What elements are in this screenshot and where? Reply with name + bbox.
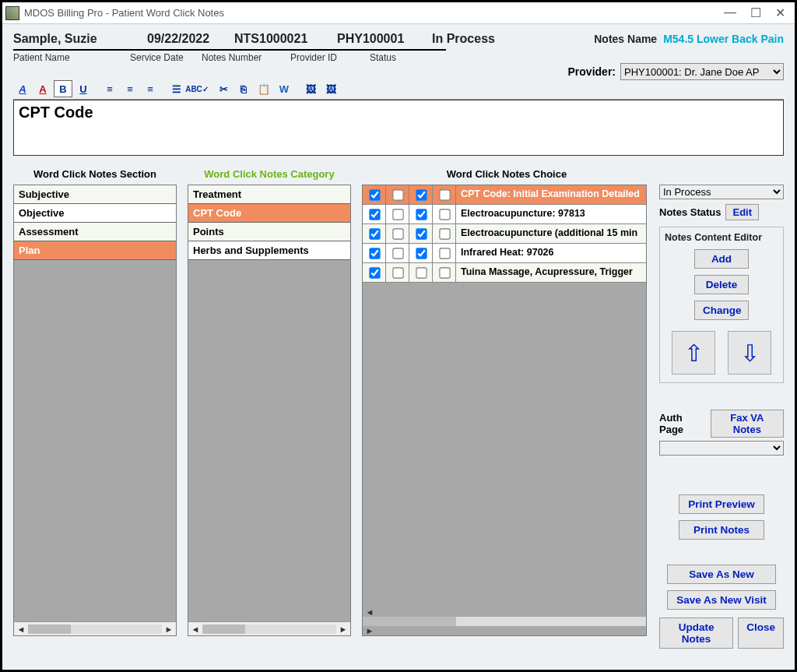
- save-as-new-button[interactable]: Save As New: [667, 565, 776, 584]
- delete-button[interactable]: Delete: [694, 275, 749, 294]
- status-label: Status: [370, 52, 396, 63]
- choice-checkbox[interactable]: [416, 248, 427, 259]
- paste-icon[interactable]: 📋: [255, 80, 273, 97]
- category-list[interactable]: TreatmentCPT CodePointsHerbs and Supplem…: [188, 185, 351, 636]
- update-notes-button[interactable]: Update Notes: [659, 617, 733, 649]
- patient-name: Sample, Suzie: [13, 32, 130, 46]
- image1-icon[interactable]: 🖼: [301, 80, 320, 97]
- choice-row[interactable]: CPT Code: Initial Examination Detailed: [363, 185, 646, 205]
- patient-name-label: Patient Name: [13, 52, 130, 63]
- choice-checkbox[interactable]: [439, 248, 450, 259]
- choice-checkbox[interactable]: [369, 248, 380, 259]
- notes-content-editor-group: Notes Content Editor Add Delete Change ⇧…: [659, 227, 784, 383]
- category-scrollbar[interactable]: ◄►: [188, 621, 350, 635]
- bullet-list-icon[interactable]: ☰: [167, 80, 186, 97]
- notes-number: NTS1000021: [234, 32, 320, 46]
- choice-checkbox[interactable]: [392, 228, 403, 239]
- section-header: Word Click Notes Section: [13, 168, 177, 180]
- choice-row[interactable]: Infrared Heat: 97026: [363, 244, 646, 263]
- choice-label: Tuina Massage, Acupressure, Trigger: [456, 263, 646, 282]
- choice-checkbox[interactable]: [416, 209, 427, 220]
- print-preview-button[interactable]: Print Preview: [679, 494, 764, 514]
- notes-name-label: Notes Name: [594, 33, 657, 45]
- minimize-icon[interactable]: —: [724, 5, 736, 20]
- window-title: MDOS Billing Pro - Patient Word Click No…: [24, 7, 724, 19]
- section-list[interactable]: SubjectiveObjectiveAssessmentPlan ◄►: [13, 185, 177, 636]
- choice-label: Infrared Heat: 97026: [456, 244, 646, 262]
- change-button[interactable]: Change: [694, 301, 749, 320]
- align-left-icon[interactable]: ≡: [100, 80, 119, 97]
- notes-name-value: M54.5 Lower Back Pain: [663, 33, 784, 45]
- choice-checkbox[interactable]: [439, 189, 450, 200]
- category-item[interactable]: CPT Code: [188, 204, 350, 223]
- notes-status-select[interactable]: In Process: [659, 185, 784, 199]
- choice-checkbox[interactable]: [416, 267, 427, 278]
- category-item[interactable]: Points: [188, 223, 350, 241]
- choice-label: CPT Code: Initial Examination Detailed: [456, 185, 646, 204]
- auth-page-label: Auth Page: [659, 412, 706, 435]
- choice-checkbox[interactable]: [416, 228, 427, 239]
- choice-scrollbar[interactable]: ◄►: [363, 607, 646, 635]
- choice-checkbox[interactable]: [392, 189, 403, 200]
- cut-icon[interactable]: ✂: [214, 80, 233, 97]
- titlebar: MDOS Billing Pro - Patient Word Click No…: [2, 2, 795, 24]
- edit-button[interactable]: Edit: [725, 204, 759, 220]
- choice-checkbox[interactable]: [439, 228, 450, 239]
- choice-label: Electroacupuncture (additional 15 min: [456, 224, 646, 243]
- fax-va-notes-button[interactable]: Fax VA Notes: [711, 410, 784, 438]
- choice-checkbox[interactable]: [369, 228, 380, 239]
- section-scrollbar[interactable]: ◄►: [14, 621, 176, 635]
- choice-checkbox[interactable]: [392, 267, 403, 278]
- bold-icon[interactable]: B: [54, 80, 72, 97]
- align-right-icon[interactable]: ≡: [141, 80, 160, 97]
- print-notes-button[interactable]: Print Notes: [679, 520, 764, 540]
- choice-checkbox[interactable]: [369, 267, 380, 278]
- service-date-label: Service Date: [130, 52, 202, 63]
- copy-icon[interactable]: ⎘: [234, 80, 253, 97]
- choice-checkbox[interactable]: [392, 209, 403, 220]
- choice-header: Word Click Notes Choice: [362, 168, 651, 180]
- category-header: Word Click Notes Category: [188, 168, 351, 180]
- move-down-button[interactable]: ⇩: [728, 331, 771, 375]
- save-as-new-visit-button[interactable]: Save As New Visit: [667, 590, 776, 610]
- status-value: In Process: [432, 32, 495, 46]
- editor-toolbar: A A B U ≡ ≡ ≡ ☰ ABC✓ ✂ ⎘ 📋 W 🖼 🖼: [13, 80, 784, 100]
- choice-row[interactable]: Electroacupuncture: 97813: [363, 205, 646, 224]
- move-up-button[interactable]: ⇧: [672, 331, 715, 375]
- content-editor-label: Notes Content Editor: [665, 232, 762, 243]
- add-button[interactable]: Add: [694, 249, 749, 269]
- choice-checkbox[interactable]: [369, 189, 380, 200]
- notes-number-label: Notes Number: [202, 52, 290, 63]
- section-item[interactable]: Subjective: [14, 185, 176, 204]
- choice-row[interactable]: Tuina Massage, Acupressure, Trigger: [363, 263, 646, 283]
- app-icon: [5, 6, 19, 20]
- auth-page-select[interactable]: [659, 441, 784, 456]
- section-item[interactable]: Assessment: [14, 223, 176, 241]
- provider-id: PHY100001: [337, 32, 415, 46]
- font-style-icon[interactable]: A: [13, 80, 32, 97]
- choice-row[interactable]: Electroacupuncture (additional 15 min: [363, 224, 646, 244]
- provider-select[interactable]: PHY100001: Dr. Jane Doe AP: [620, 63, 784, 80]
- maximize-icon[interactable]: ☐: [750, 5, 761, 20]
- close-icon[interactable]: ✕: [775, 5, 785, 20]
- underline-icon[interactable]: U: [74, 80, 93, 97]
- choice-checkbox[interactable]: [439, 267, 450, 278]
- choice-checkbox[interactable]: [369, 209, 380, 220]
- word-icon[interactable]: W: [275, 80, 293, 97]
- align-center-icon[interactable]: ≡: [121, 80, 139, 97]
- section-item[interactable]: Plan: [14, 241, 176, 260]
- choice-label: Electroacupuncture: 97813: [456, 205, 646, 223]
- choice-checkbox[interactable]: [439, 209, 450, 220]
- service-date: 09/22/2022: [147, 32, 217, 46]
- editor-textarea[interactable]: CPT Code: [13, 100, 784, 156]
- choice-list[interactable]: CPT Code: Initial Examination DetailedEl…: [362, 185, 647, 636]
- choice-checkbox[interactable]: [392, 248, 403, 259]
- spellcheck-icon[interactable]: ABC✓: [188, 80, 206, 97]
- section-item[interactable]: Objective: [14, 204, 176, 223]
- close-button[interactable]: Close: [738, 617, 784, 649]
- font-color-icon[interactable]: A: [33, 80, 52, 97]
- category-item[interactable]: Treatment: [188, 185, 350, 204]
- choice-checkbox[interactable]: [416, 189, 427, 200]
- image2-icon[interactable]: 🖼: [321, 80, 340, 97]
- category-item[interactable]: Herbs and Supplements: [188, 241, 350, 260]
